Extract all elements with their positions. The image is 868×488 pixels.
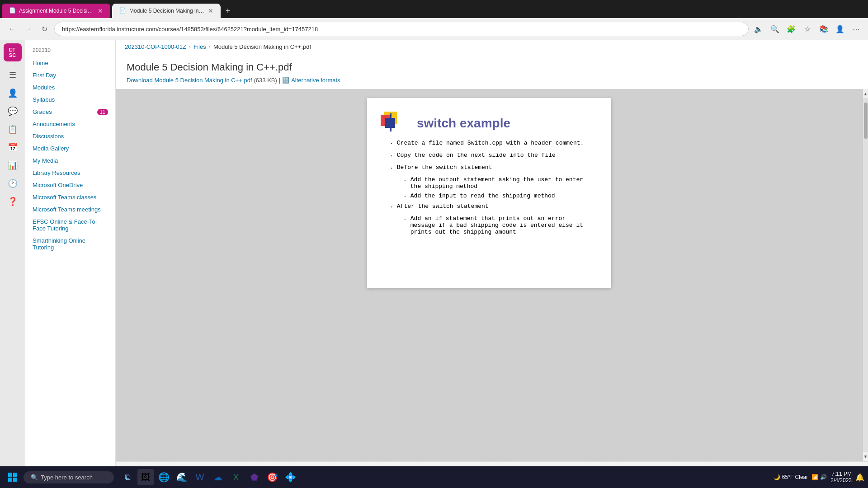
taskbar-icon-word[interactable]: W bbox=[192, 469, 208, 485]
slide-sub-bullet-3-1: · Add the output statement asking the us… bbox=[385, 176, 593, 190]
pdf-viewer-area: switch example · Create a file named Swi… bbox=[116, 89, 868, 461]
taskbar-icon-vs[interactable]: ⬟ bbox=[246, 469, 262, 485]
reload-button[interactable]: ↻ bbox=[38, 23, 51, 35]
slide-bullet-1: · Create a file named Switch.cpp with a … bbox=[385, 140, 593, 147]
sidebar-menu-icon[interactable]: ☰ bbox=[5, 67, 21, 83]
taskbar-icon-excel[interactable]: X bbox=[228, 469, 244, 485]
scroll-track bbox=[863, 98, 868, 452]
main-layout: EFSC ☰ 👤 💬 📋 📅 📊 🕐 ❓ → 202310 Home First… bbox=[0, 40, 868, 488]
sidebar-item-media-gallery[interactable]: Media Gallery bbox=[25, 142, 115, 155]
sidebar-inbox-icon[interactable]: 📊 bbox=[5, 157, 21, 174]
forward-button[interactable]: → bbox=[22, 23, 34, 35]
scroll-down-button[interactable]: ▼ bbox=[863, 452, 868, 461]
bullet-text-2: Copy the code on the next slide into the… bbox=[397, 152, 556, 160]
course-sidebar: 202310 Home First Day Modules Syllabus G… bbox=[25, 40, 116, 488]
content-area: 202310-COP-1000-01Z › Files › Module 5 D… bbox=[116, 40, 868, 488]
network-icon[interactable]: 📶 bbox=[811, 474, 818, 480]
bullet-dot-3: · bbox=[390, 165, 393, 172]
tab-bar: 📄 Assignment Module 5 Decisions ✕ 📄 Modu… bbox=[0, 0, 868, 18]
sidebar-item-grades[interactable]: Grades 11 bbox=[25, 106, 115, 118]
windows-logo-icon bbox=[8, 473, 17, 482]
tab-1-close[interactable]: ✕ bbox=[98, 7, 103, 14]
taskbar-time[interactable]: 7:11 PM 2/4/2023 bbox=[830, 471, 852, 483]
sidebar-item-modules[interactable]: Modules bbox=[25, 81, 115, 94]
taskbar-icon-chrome[interactable]: 🌐 bbox=[156, 469, 172, 485]
svg-rect-2 bbox=[8, 478, 12, 482]
start-button[interactable] bbox=[4, 468, 22, 486]
sidebar-item-library-resources[interactable]: Library Resources bbox=[25, 167, 115, 179]
tab-1[interactable]: 📄 Assignment Module 5 Decisions ✕ bbox=[2, 4, 110, 18]
taskbar-icon-app2[interactable]: 🎯 bbox=[264, 469, 280, 485]
breadcrumb-files[interactable]: Files bbox=[193, 43, 206, 50]
scroll-up-button[interactable]: ▲ bbox=[863, 89, 868, 98]
more-menu-icon[interactable]: ⋯ bbox=[850, 23, 863, 35]
svg-rect-1 bbox=[13, 473, 17, 477]
slide-bullet-3: · Before the switch statement bbox=[385, 164, 593, 172]
pdf-download-link[interactable]: Download Module 5 Decision Making in C++… bbox=[127, 77, 252, 84]
sub-bullet-dot-4-1: · bbox=[403, 216, 407, 235]
sidebar-courses-icon[interactable]: 📋 bbox=[5, 121, 21, 137]
sidebar-item-home[interactable]: Home bbox=[25, 57, 115, 69]
tab-2-close[interactable]: ✕ bbox=[208, 7, 213, 14]
bullet-text-3: Before the switch statement bbox=[397, 164, 492, 172]
taskbar-search[interactable]: 🔍 Type here to search bbox=[24, 471, 114, 483]
weather-icon: 🌙 bbox=[774, 474, 780, 480]
sub-bullet-dot-3-1: · bbox=[403, 177, 407, 190]
slide-content: · Create a file named Switch.cpp with a … bbox=[385, 140, 593, 235]
sidebar-item-efsc-tutoring[interactable]: EFSC Online & Face-To-Face Tutoring bbox=[25, 216, 115, 235]
sub-bullet-dot-3-2: · bbox=[403, 193, 407, 200]
speaker-icon[interactable]: 🔊 bbox=[820, 474, 827, 480]
bullet-dot-1: · bbox=[390, 141, 393, 147]
breadcrumb-course[interactable]: 202310-COP-1000-01Z bbox=[125, 43, 186, 50]
tab-2[interactable]: 📄 Module 5 Decision Making in C++... ✕ bbox=[112, 4, 221, 18]
sidebar-item-onedrive[interactable]: Microsoft OneDrive bbox=[25, 179, 115, 191]
profile-icon[interactable]: 👤 bbox=[834, 23, 846, 35]
sidebar-history-icon[interactable]: 🕐 bbox=[5, 175, 21, 192]
favorites-icon[interactable]: ☆ bbox=[801, 23, 814, 35]
slide-title: switch example bbox=[385, 116, 593, 131]
read-aloud-icon[interactable]: 🔈 bbox=[752, 23, 765, 35]
taskbar-icon-file[interactable]: 🖼 bbox=[137, 469, 154, 485]
slide-sub-bullet-4-1: · Add an if statement that prints out an… bbox=[385, 215, 593, 235]
sidebar-item-syllabus-label: Syllabus bbox=[33, 96, 55, 103]
sidebar-item-my-media[interactable]: My Media bbox=[25, 155, 115, 167]
sidebar-item-teams-meetings[interactable]: Microsoft Teams meetings bbox=[25, 203, 115, 216]
pdf-separator: | bbox=[279, 77, 280, 84]
slide-bullet-2: · Copy the code on the next slide into t… bbox=[385, 152, 593, 160]
collections-icon[interactable]: 📚 bbox=[817, 23, 830, 35]
taskbar-icon-edge[interactable]: 🌊 bbox=[174, 469, 190, 485]
taskbar-icons: ⧉ 🖼 🌐 🌊 W ☁ X ⬟ 🎯 💠 bbox=[119, 469, 298, 485]
taskbar-icon-task-view[interactable]: ⧉ bbox=[119, 469, 136, 485]
date-display: 2/4/2023 bbox=[830, 477, 852, 483]
pdf-meta: Download Module 5 Decision Making in C++… bbox=[127, 77, 857, 84]
sidebar-item-teams-classes[interactable]: Microsoft Teams classes bbox=[25, 191, 115, 203]
sidebar-item-discussions[interactable]: Discussions bbox=[25, 130, 115, 142]
sidebar-item-announcements[interactable]: Announcements bbox=[25, 118, 115, 130]
sidebar-help-icon[interactable]: ❓ bbox=[5, 193, 21, 210]
pdf-viewer[interactable]: switch example · Create a file named Swi… bbox=[116, 89, 863, 461]
breadcrumb-sep-2: › bbox=[209, 43, 211, 50]
taskbar-icon-app3[interactable]: 💠 bbox=[282, 469, 298, 485]
notification-icon[interactable]: 🔔 bbox=[855, 473, 864, 482]
new-tab-button[interactable]: + bbox=[221, 4, 235, 18]
sidebar-item-syllabus[interactable]: Syllabus bbox=[25, 94, 115, 106]
pdf-alt-formats[interactable]: Alternative formats bbox=[291, 77, 340, 84]
sidebar-item-first-day[interactable]: First Day bbox=[25, 69, 115, 81]
taskbar-icon-onedrive[interactable]: ☁ bbox=[210, 469, 226, 485]
toolbar-icons: 🔈 🔍 🧩 ☆ 📚 👤 ⋯ bbox=[752, 23, 863, 35]
sidebar-item-first-day-label: First Day bbox=[33, 72, 56, 79]
sidebar-calendar-icon[interactable]: 📅 bbox=[5, 139, 21, 155]
search-icon[interactable]: 🔍 bbox=[769, 23, 781, 35]
sidebar-chat-icon[interactable]: 💬 bbox=[5, 103, 21, 119]
extensions-icon[interactable]: 🧩 bbox=[785, 23, 797, 35]
scroll-thumb[interactable] bbox=[864, 103, 868, 139]
sidebar-user-icon[interactable]: 👤 bbox=[5, 85, 21, 101]
pdf-header: Module 5 Decision Making in C++.pdf Down… bbox=[116, 54, 868, 89]
tab-1-title: Assignment Module 5 Decisions bbox=[19, 8, 95, 14]
sidebar-item-smarthinking[interactable]: Smarthinking Online Tutoring bbox=[25, 235, 115, 253]
bullet-dot-2: · bbox=[390, 153, 393, 160]
sidebar-item-teams-classes-label: Microsoft Teams classes bbox=[33, 194, 96, 201]
address-input[interactable] bbox=[54, 22, 749, 36]
browser-chrome: 📄 Assignment Module 5 Decisions ✕ 📄 Modu… bbox=[0, 0, 868, 40]
back-button[interactable]: ← bbox=[5, 23, 18, 35]
